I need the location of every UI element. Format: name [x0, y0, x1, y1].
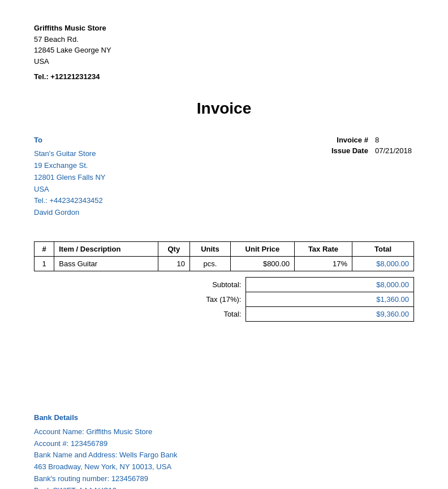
- invoice-date-value: 07/21/2018: [371, 145, 414, 156]
- billing-section: To Stan's Guitar Store 19 Exchange St. 1…: [34, 135, 414, 219]
- total-label: Total:: [70, 307, 246, 322]
- tax-value: $1,360.00: [246, 292, 414, 307]
- col-header-units: Units: [189, 242, 230, 257]
- tax-row: Tax (17%): $1,360.00: [34, 292, 414, 307]
- row-units: pcs.: [189, 257, 230, 271]
- subtotal-value: $8,000.00: [246, 278, 414, 292]
- col-header-total: Total: [352, 242, 414, 257]
- bank-details-section: Bank Details Account Name: Griffiths Mus…: [34, 412, 414, 489]
- invoice-number-value: 8: [371, 135, 414, 145]
- row-tax-rate: 17%: [294, 257, 352, 271]
- col-header-description: Item / Description: [54, 242, 158, 257]
- items-table: # Item / Description Qty Units Unit Pric…: [34, 241, 414, 271]
- subtotal-label: Subtotal:: [70, 278, 246, 292]
- to-contact: David Gordon: [34, 207, 105, 219]
- to-name: Stan's Guitar Store: [34, 148, 105, 160]
- sender-country: USA: [34, 56, 414, 67]
- row-total: $8,000.00: [352, 257, 414, 271]
- bank-address: 463 Broadway, New York, NY 10013, USA: [34, 461, 414, 473]
- bank-swift: Bank SWIFT: AAAAUS12: [34, 485, 414, 489]
- col-header-qty: Qty: [158, 242, 189, 257]
- tax-label: Tax (17%):: [70, 292, 246, 307]
- table-row: 1 Bass Guitar 10 pcs. $800.00 17% $8,000…: [35, 257, 414, 271]
- bank-account-name: Account Name: Griffiths Music Store: [34, 426, 414, 438]
- row-description: Bass Guitar: [54, 257, 158, 271]
- bank-bank-name: Bank Name and Address: Wells Fargo Bank: [34, 449, 414, 461]
- invoice-meta: Invoice # 8 Issue Date 07/21/2018: [329, 135, 414, 219]
- row-unit-price: $800.00: [230, 257, 294, 271]
- to-address1: 19 Exchange St.: [34, 160, 105, 172]
- to-section: To Stan's Guitar Store 19 Exchange St. 1…: [34, 135, 105, 219]
- to-label: To: [34, 135, 105, 146]
- row-num: 1: [35, 257, 54, 271]
- sender-address2: 12845 Lake George NY: [34, 45, 414, 56]
- to-address2: 12801 Glens Falls NY: [34, 172, 105, 184]
- invoice-date-label: Issue Date: [329, 145, 371, 156]
- totals-table: Subtotal: $8,000.00 Tax (17%): $1,360.00…: [34, 277, 414, 322]
- col-header-num: #: [35, 242, 54, 257]
- col-header-unit-price: Unit Price: [230, 242, 294, 257]
- invoice-number-label: Invoice #: [329, 135, 371, 145]
- total-row: Total: $9,360.00: [34, 307, 414, 322]
- total-value: $9,360.00: [246, 307, 414, 322]
- to-tel: Tel.: +442342343452: [34, 195, 105, 207]
- bank-account-number: Account #: 123456789: [34, 438, 414, 450]
- bank-title: Bank Details: [34, 412, 414, 424]
- sender-tel: Tel.: +12121231234: [34, 71, 414, 83]
- col-header-tax-rate: Tax Rate: [294, 242, 352, 257]
- subtotal-row: Subtotal: $8,000.00: [34, 278, 414, 292]
- sender-section: Griffiths Music Store 57 Beach Rd. 12845…: [34, 23, 414, 83]
- to-country: USA: [34, 184, 105, 196]
- invoice-title: Invoice: [34, 99, 414, 118]
- sender-company: Griffiths Music Store: [34, 23, 414, 34]
- bank-routing: Bank's routing number: 123456789: [34, 473, 414, 485]
- sender-address1: 57 Beach Rd.: [34, 34, 414, 45]
- row-qty: 10: [158, 257, 189, 271]
